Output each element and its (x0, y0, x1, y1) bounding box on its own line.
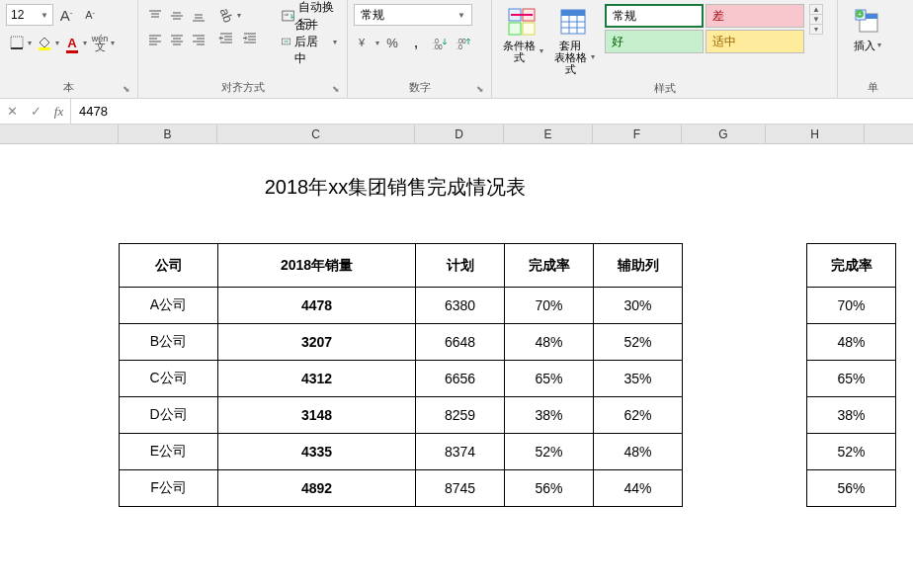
align-center-button[interactable] (166, 28, 188, 51)
cell[interactable]: 52% (594, 324, 683, 361)
increase-font-button[interactable]: Aˇ (55, 4, 77, 26)
insert-cells-button[interactable]: + 插入▾ (844, 4, 891, 53)
worksheet[interactable]: 2018年xx集团销售完成情况表 公司 2018年销量 计划 完成率 辅助列 A… (0, 144, 913, 201)
cell[interactable]: 52% (505, 434, 594, 470)
cell[interactable]: 48% (807, 324, 896, 361)
header-aux[interactable]: 辅助列 (594, 244, 683, 288)
style-bad[interactable]: 差 (706, 4, 804, 28)
cell[interactable]: 38% (505, 397, 594, 434)
fx-button[interactable]: fx (47, 99, 71, 124)
percent-button[interactable]: % (381, 32, 403, 53)
cell[interactable]: B公司 (120, 324, 218, 361)
header-plan[interactable]: 计划 (416, 244, 505, 288)
dialog-launcher-icon[interactable]: ⬊ (475, 84, 485, 94)
align-bottom-button[interactable] (188, 4, 209, 28)
align-left-button[interactable] (144, 28, 166, 51)
col-header-c[interactable]: C (217, 125, 415, 143)
table-row: A公司4478638070%30% (120, 288, 683, 324)
header-completion[interactable]: 完成率 (505, 244, 594, 288)
cell[interactable]: 4892 (218, 470, 416, 507)
conditional-formatting-button[interactable]: 条件格式▾ (498, 4, 545, 65)
gallery-up-button[interactable]: ▲ (810, 5, 822, 15)
cell[interactable]: 4478 (218, 288, 416, 324)
cell[interactable]: 65% (807, 361, 896, 397)
increase-decimal-button[interactable]: .0.00 (429, 32, 451, 53)
align-top-button[interactable] (144, 4, 166, 28)
sheet-title[interactable]: 2018年xx集团销售完成情况表 (99, 174, 692, 201)
gallery-more-button[interactable]: ▾ (810, 25, 822, 34)
fill-color-button[interactable] (34, 32, 55, 53)
enter-button[interactable]: ✓ (24, 100, 47, 124)
cell[interactable]: 8259 (416, 397, 505, 434)
header-completion2[interactable]: 完成率 (807, 244, 896, 288)
dialog-launcher-icon[interactable]: ⬊ (331, 84, 341, 94)
table-row: D公司3148825938%62% (120, 397, 683, 434)
col-header-e[interactable]: E (504, 125, 593, 143)
number-format-combo[interactable]: 常规 ▼ (354, 4, 472, 26)
cell[interactable]: A公司 (120, 288, 218, 324)
cell[interactable]: 3207 (218, 324, 416, 361)
chevron-down-icon[interactable]: ▾ (28, 39, 32, 47)
col-header-d[interactable]: D (415, 125, 504, 143)
cell[interactable]: 38% (807, 397, 896, 434)
cell[interactable]: 8745 (416, 470, 505, 507)
font-size-combo[interactable]: 12 ▼ (6, 4, 53, 26)
chevron-down-icon[interactable]: ▾ (83, 39, 87, 47)
cell[interactable]: C公司 (120, 361, 218, 397)
style-normal[interactable]: 常规 (605, 4, 704, 28)
cell[interactable]: 6380 (416, 288, 505, 324)
align-right-button[interactable] (188, 28, 209, 51)
chevron-down-icon[interactable]: ▾ (375, 39, 379, 47)
col-header-b[interactable]: B (119, 125, 217, 143)
col-header-g[interactable]: G (682, 125, 766, 143)
col-header-h[interactable]: H (766, 125, 865, 143)
cell[interactable]: 48% (594, 434, 683, 470)
cell[interactable]: 44% (594, 470, 683, 507)
cell[interactable]: 70% (807, 288, 896, 324)
col-header[interactable] (0, 125, 119, 143)
dialog-launcher-icon[interactable]: ⬊ (122, 84, 131, 94)
align-middle-button[interactable] (166, 4, 188, 28)
decrease-font-button[interactable]: Aˇ (79, 4, 101, 26)
style-good[interactable]: 好 (605, 30, 704, 53)
increase-indent-button[interactable] (239, 28, 261, 49)
phonetic-button[interactable]: wén文 (89, 32, 111, 53)
cell[interactable]: F公司 (120, 470, 218, 507)
cell[interactable]: 56% (807, 470, 896, 507)
decrease-decimal-button[interactable]: .00.0 (453, 32, 474, 53)
decrease-indent-button[interactable] (215, 28, 237, 49)
chevron-down-icon[interactable]: ▾ (237, 11, 241, 20)
col-header-f[interactable]: F (593, 125, 682, 143)
header-sales[interactable]: 2018年销量 (218, 244, 416, 288)
accounting-format-button[interactable]: ¥ (354, 32, 375, 53)
formula-input[interactable]: 4478 (71, 104, 913, 119)
cell[interactable]: 8374 (416, 434, 505, 470)
gallery-down-button[interactable]: ▼ (810, 15, 822, 25)
chevron-down-icon[interactable]: ▾ (111, 39, 115, 47)
cell[interactable]: 70% (505, 288, 594, 324)
cell[interactable]: 65% (505, 361, 594, 397)
cell[interactable]: 3148 (218, 397, 416, 434)
cell[interactable]: D公司 (120, 397, 218, 434)
cell[interactable]: 48% (505, 324, 594, 361)
chevron-down-icon[interactable]: ▾ (55, 39, 59, 47)
cell[interactable]: 6656 (416, 361, 505, 397)
orientation-button[interactable]: ab (215, 4, 237, 26)
style-neutral[interactable]: 适中 (706, 30, 804, 53)
cell[interactable]: 56% (505, 470, 594, 507)
cell[interactable]: 30% (594, 288, 683, 324)
border-button[interactable] (6, 32, 28, 53)
cell[interactable]: 6648 (416, 324, 505, 361)
merge-center-button[interactable]: 合并后居中 ▾ (278, 30, 341, 53)
cell[interactable]: 4335 (218, 434, 416, 470)
format-as-table-button[interactable]: 套用 表格格式▾ (549, 4, 597, 77)
cell[interactable]: 52% (807, 434, 896, 470)
cell[interactable]: 35% (594, 361, 683, 397)
cancel-button[interactable]: ✕ (0, 100, 24, 124)
cell[interactable]: 62% (594, 397, 683, 434)
comma-button[interactable]: , (405, 32, 427, 53)
cell[interactable]: E公司 (120, 434, 218, 470)
cell[interactable]: 4312 (218, 361, 416, 397)
header-company[interactable]: 公司 (120, 244, 218, 288)
font-color-button[interactable]: A (61, 32, 83, 53)
